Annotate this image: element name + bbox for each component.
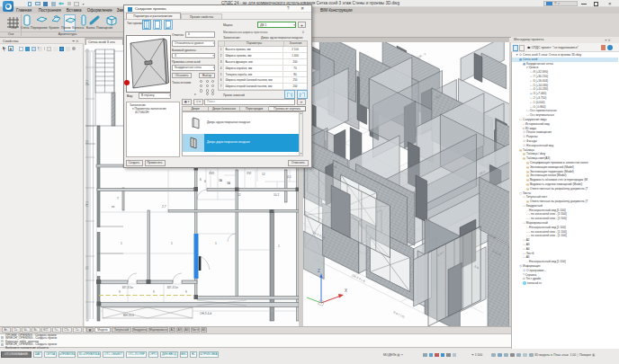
svg-text:XVI: XVI — [247, 172, 251, 175]
svg-text:ВН-13-II: ВН-13-II — [123, 314, 134, 317]
svg-text:ДК-1: ДК-1 — [85, 80, 89, 85]
svg-text:X: X — [345, 289, 347, 293]
svg-text:1: 1 — [215, 242, 217, 245]
svg-text:3А: 3А — [219, 179, 223, 182]
svg-text:6: 6 — [200, 178, 202, 182]
svg-text:12: 12 — [238, 193, 241, 197]
svg-text:2.7: 2.7 — [162, 205, 166, 209]
svg-text:ОН-3 4-й: ОН-3 4-й — [200, 312, 211, 315]
svg-text:УК-1: УК-1 — [85, 201, 89, 207]
svg-text:Β-9 Γ (-6): Β-9 Γ (-6) — [393, 310, 406, 319]
svg-text:3.3: 3.3 — [85, 140, 89, 144]
svg-text:ΟΚ - 3: ΟΚ - 3 — [417, 52, 426, 59]
svg-text:1: 1 — [278, 244, 280, 248]
svg-text:БП-3.5в: БП-3.5в — [122, 286, 133, 289]
svg-text:1: 1 — [121, 242, 122, 245]
svg-text:9: 9 — [153, 290, 155, 294]
svg-text:10.2: 10.2 — [274, 193, 279, 197]
svg-text:12: 12 — [262, 173, 265, 176]
svg-text:кв: кв — [112, 205, 114, 209]
svg-text:БП-3.5п: БП-3.5п — [167, 286, 178, 289]
svg-text:6: 6 — [204, 180, 206, 183]
svg-text:3.5: 3.5 — [85, 266, 89, 270]
svg-text:9: 9 — [185, 290, 187, 294]
svg-text:Z: Z — [318, 269, 320, 273]
svg-text:1: 1 — [171, 242, 173, 245]
svg-text:9: 9 — [119, 290, 121, 294]
svg-text:3А: 3А — [227, 182, 231, 185]
svg-text:7: 7 — [117, 197, 119, 200]
svg-text:4,5: 4,5 — [287, 175, 292, 179]
svg-text:XVII: XVII — [209, 172, 214, 175]
